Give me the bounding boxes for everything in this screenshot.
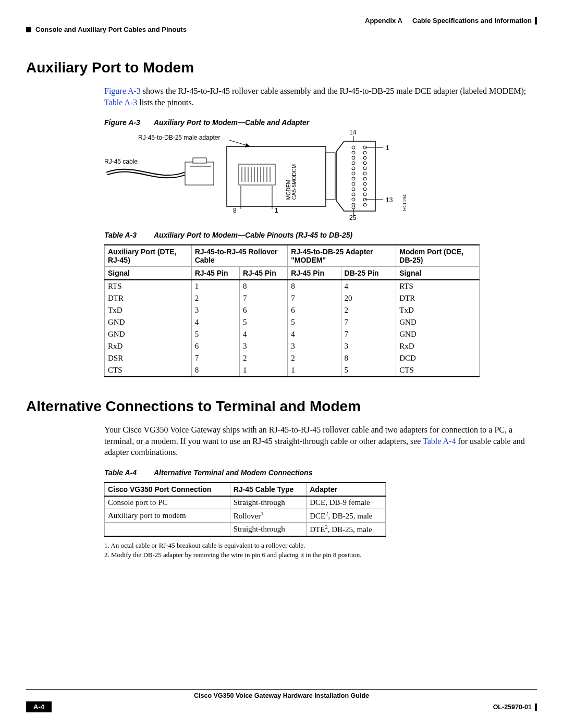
page-number: A-4 [26,701,52,712]
header-bar-icon [535,17,537,24]
svg-point-28 [352,198,355,201]
fig-pin-14: 14 [349,129,356,136]
fig-pin-13: 13 [386,196,393,204]
page-header: Appendix A Cable Specifications and Info… [26,17,537,24]
appendix-label: Appendix A [365,17,402,24]
heading-alt-conn: Alternative Connections to Terminal and … [26,398,537,415]
table-row: Straight-through DTE2, DB-25, male [105,522,386,536]
section-breadcrumb: Console and Auxiliary Port Cables and Pi… [26,26,537,33]
table-a4-caption: Table A-4Alternative Terminal and Modem … [104,468,537,477]
svg-point-18 [352,146,355,149]
fig-pin-8: 8 [233,207,237,214]
svg-point-34 [363,167,366,170]
fig-pin-25: 25 [349,214,356,221]
table-row: TxD3662TxD [105,304,480,316]
fig-label-cable: RJ-45 cable [104,158,138,165]
figure-caption: Figure A-3Auxiliary Port to Modem—Cable … [104,118,537,127]
svg-point-36 [363,177,366,180]
svg-point-26 [352,188,355,191]
section-name: Console and Auxiliary Port Cables and Pi… [35,26,187,33]
svg-point-42 [352,206,355,209]
svg-point-35 [363,172,366,175]
svg-point-21 [352,162,355,165]
svg-point-25 [352,182,355,186]
svg-point-19 [352,151,355,154]
link-figure-a3[interactable]: Figure A-3 [104,87,141,95]
fig-pin-1b: 1 [275,207,278,214]
fig-pin-1: 1 [386,144,389,152]
svg-point-39 [363,193,366,196]
svg-point-31 [363,151,366,154]
page-footer: Cisco VG350 Voice Gateway Hardware Insta… [26,689,537,712]
figure-a3: RJ-45-to-DB-25 male adapter RJ-45 cable … [104,132,438,220]
svg-point-20 [352,156,355,159]
table-row: GND4557GND [105,316,480,328]
svg-point-37 [363,182,366,186]
fig-label-modem-v: MODEMCAB-5MODCM [286,164,297,200]
intro-paragraph-2: Your Cisco VG350 Voice Gateway ships wit… [104,424,537,458]
table-a3: Auxiliary Port (DTE, RJ-45) RJ-45-to-RJ-… [104,244,480,377]
svg-point-38 [363,188,366,191]
table-row: DSR7228DCD [105,352,480,364]
table-a3-caption: Table A-3Auxiliary Port to Modem—Cable P… [104,231,537,239]
table-a4: Cisco VG350 Port Connection RJ-45 Cable … [104,482,386,537]
svg-point-24 [352,177,355,180]
svg-point-41 [363,203,366,206]
fig-hnum: H11194 [402,194,408,211]
svg-point-32 [363,156,366,159]
link-table-a4[interactable]: Table A-4 [423,437,456,446]
doc-id: OL-25970-01 [493,704,532,711]
svg-point-22 [352,167,355,170]
book-title: Cisco VG350 Voice Gateway Hardware Insta… [26,689,537,699]
svg-rect-0 [185,162,214,185]
svg-point-27 [352,193,355,196]
footer-bar-icon [535,704,537,711]
table-row: GND5447GND [105,328,480,340]
appendix-title: Cable Specifications and Information [412,17,532,24]
svg-rect-17 [326,153,335,200]
intro-paragraph-1: Figure A-3 shows the RJ-45-to-RJ-45 roll… [104,85,537,108]
link-table-a3[interactable]: Table A-3 [104,98,137,107]
svg-point-23 [352,172,355,175]
svg-rect-1 [193,158,206,163]
table-row: Console port to PC Straight-through DCE,… [105,496,386,509]
svg-point-33 [363,162,366,165]
heading-aux-port: Auxiliary Port to Modem [26,59,537,76]
table-row: CTS8115CTS [105,364,480,377]
table-row: DTR27720DTR [105,292,480,304]
table-row: Auxiliary port to modem Rollover1 DCE2, … [105,509,386,522]
table-row: RxD6333RxD [105,340,480,352]
table-row: RTS1884RTS [105,280,480,292]
fig-label-adapter: RJ-45-to-DB-25 male adapter [138,134,220,141]
square-bullet-icon [26,27,31,32]
footnotes: 1. An octal cable or RJ-45 breakout cabl… [104,541,537,560]
